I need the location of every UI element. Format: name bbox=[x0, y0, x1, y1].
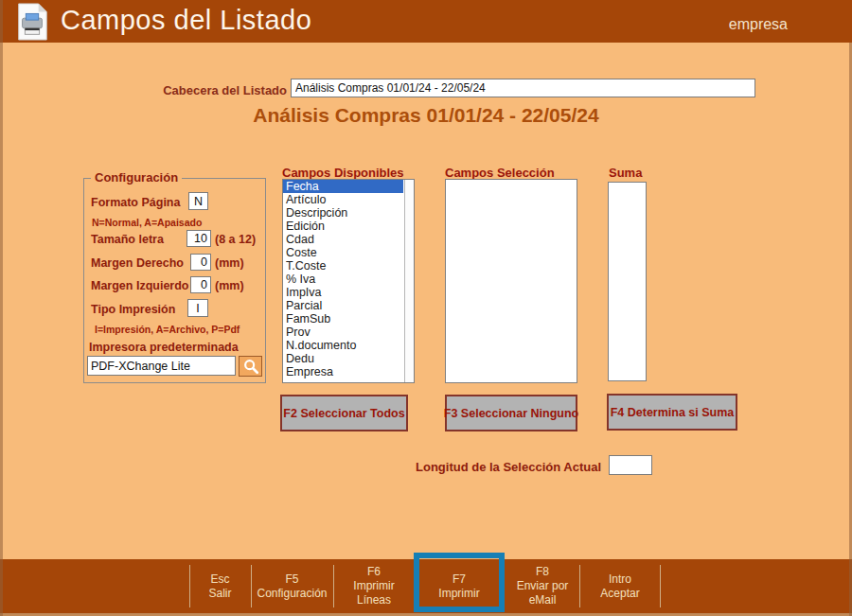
listbox-scrollbar[interactable] bbox=[404, 180, 414, 382]
fkey-line: Líneas bbox=[357, 593, 391, 607]
f4-determina-si-suma-button[interactable]: F4 Determina si Suma bbox=[607, 394, 737, 431]
formato-pagina-label: Formato Página bbox=[91, 196, 180, 209]
tipo-impresion-hint: I=Impresión, A=Archivo, P=Pdf bbox=[95, 324, 240, 335]
margen-derecho-input[interactable] bbox=[190, 254, 211, 271]
list-item[interactable]: Fecha bbox=[283, 180, 403, 193]
search-icon bbox=[242, 358, 259, 375]
f7-imprimir-button[interactable]: F7 Imprimir bbox=[415, 559, 504, 613]
tipo-impresion-label: Tipo Impresión bbox=[91, 303, 175, 316]
cabecera-input[interactable] bbox=[291, 79, 755, 97]
fkey-line: Enviar por bbox=[517, 579, 569, 593]
fkey-line: Configuración bbox=[257, 587, 327, 601]
campos-del-listado-window: Campos del Listado empresa Cabecera del … bbox=[0, 0, 852, 616]
list-item[interactable]: Edición bbox=[283, 220, 403, 233]
function-key-bar: Esc Salir F5 Configuración F6 Imprimir L… bbox=[0, 559, 852, 613]
list-item[interactable]: Prov bbox=[283, 326, 403, 339]
list-item[interactable]: % Iva bbox=[283, 273, 403, 286]
campos-seleccion-header: Campos Selección bbox=[445, 166, 555, 180]
f8-enviar-email-button[interactable]: F8 Enviar por eMail bbox=[506, 559, 579, 613]
esc-salir-button[interactable]: Esc Salir bbox=[190, 559, 250, 613]
fkey-line: F5 bbox=[285, 572, 298, 587]
list-item[interactable]: Coste bbox=[283, 246, 403, 259]
impresora-label: Impresora predeterminada bbox=[89, 341, 239, 354]
print-document-icon bbox=[13, 3, 51, 41]
campos-disponibles-header: Campos Disponibles bbox=[282, 166, 404, 180]
list-item[interactable]: N.documento bbox=[283, 339, 403, 352]
list-item[interactable]: Empresa bbox=[283, 365, 403, 378]
footer-separator bbox=[660, 565, 661, 607]
fkey-line: F6 bbox=[367, 565, 381, 579]
fkey-line: eMail bbox=[529, 593, 557, 607]
formato-pagina-input[interactable] bbox=[188, 192, 208, 210]
campos-seleccion-listbox[interactable] bbox=[445, 179, 577, 383]
suma-header: Suma bbox=[609, 166, 642, 180]
list-item[interactable]: Cdad bbox=[283, 233, 403, 246]
list-item[interactable]: ImpIva bbox=[283, 286, 403, 299]
list-item[interactable]: Descripción bbox=[283, 206, 403, 220]
margen-izquierdo-input[interactable] bbox=[190, 276, 211, 293]
tipo-impresion-input[interactable] bbox=[187, 299, 208, 317]
formato-pagina-hint: N=Normal, A=Apaisado bbox=[92, 217, 202, 228]
fkey-line: Imprimir bbox=[353, 579, 394, 593]
configuracion-legend: Configuración bbox=[91, 170, 182, 185]
fkey-line: Intro bbox=[609, 572, 631, 587]
list-item[interactable]: T.Coste bbox=[283, 259, 403, 273]
fkey-line: Aceptar bbox=[600, 587, 639, 601]
intro-aceptar-button[interactable]: Intro Aceptar bbox=[580, 559, 660, 613]
impresora-input[interactable] bbox=[87, 356, 236, 376]
tamano-letra-input[interactable] bbox=[186, 230, 211, 247]
window-title: Campos del Listado bbox=[61, 5, 311, 36]
listado-heading: Análisis Compras 01/01/24 - 22/05/24 bbox=[0, 104, 852, 127]
margen-izquierdo-unit: (mm) bbox=[215, 279, 244, 292]
fkey-line: Imprimir bbox=[438, 587, 479, 601]
fkey-line: Esc bbox=[210, 572, 229, 587]
list-item[interactable]: Artículo bbox=[283, 193, 403, 206]
campos-disponibles-listbox[interactable]: Fecha Artículo Descripción Edición Cdad … bbox=[282, 179, 415, 383]
f2-seleccionar-todos-button[interactable]: F2 Seleccionar Todos bbox=[280, 395, 408, 431]
longitud-seleccion-label: Longitud de la Selección Actual bbox=[284, 460, 601, 474]
fkey-line: Salir bbox=[208, 587, 231, 601]
impresora-search-button[interactable] bbox=[239, 356, 262, 377]
margen-derecho-unit: (mm) bbox=[215, 256, 244, 270]
list-item[interactable]: FamSub bbox=[283, 312, 403, 326]
list-item[interactable]: Dedu bbox=[283, 352, 403, 365]
f5-configuracion-button[interactable]: F5 Configuración bbox=[252, 559, 332, 613]
window-border bbox=[0, 0, 3, 616]
titlebar: Campos del Listado empresa bbox=[0, 0, 852, 43]
margen-izquierdo-label: Margen Izquierdo bbox=[91, 279, 188, 292]
company-label: empresa bbox=[729, 16, 788, 33]
f6-imprimir-lineas-button[interactable]: F6 Imprimir Líneas bbox=[334, 559, 414, 613]
tamano-letra-range: (8 a 12) bbox=[215, 233, 256, 246]
f3-seleccionar-ninguno-button[interactable]: F3 Seleccionar Ninguno bbox=[445, 395, 577, 431]
tamano-letra-label: Tamaño letra bbox=[91, 233, 164, 246]
list-item[interactable]: Parcial bbox=[283, 299, 403, 312]
margen-derecho-label: Margen Derecho bbox=[91, 256, 184, 270]
fkey-line: F8 bbox=[536, 565, 549, 579]
longitud-seleccion-input[interactable] bbox=[609, 455, 652, 475]
fkey-line: F7 bbox=[453, 572, 466, 587]
cabecera-label: Cabecera del Listado bbox=[0, 83, 287, 97]
suma-listbox[interactable] bbox=[608, 182, 647, 381]
